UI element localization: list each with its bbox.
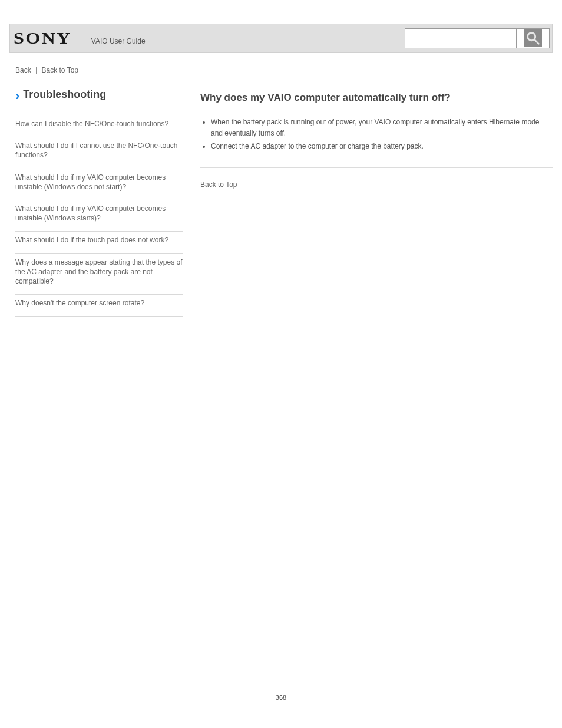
sidebar-item[interactable]: What should I do if the touch pad does n… — [15, 232, 183, 253]
header-bar: SONY VAIO User Guide — [9, 24, 553, 53]
sidebar-item-link[interactable]: Why does a message appear stating that t… — [15, 258, 183, 285]
product-line: VAIO User Guide — [91, 37, 146, 45]
breadcrumb: Back | Back to Top — [15, 66, 553, 74]
back-to-top-link[interactable]: Back to Top — [200, 180, 237, 189]
sidebar-item[interactable]: What should I do if my VAIO computer bec… — [15, 200, 183, 232]
sidebar: › Troubleshooting How can I disable the … — [15, 88, 183, 317]
brand-logo[interactable]: SONY — [14, 29, 72, 48]
search-icon — [524, 29, 542, 47]
sidebar-item-link[interactable]: How can I disable the NFC/One-touch func… — [15, 120, 168, 128]
sidebar-item-link[interactable]: What should I do if the touch pad does n… — [15, 236, 168, 244]
search-wrap — [405, 28, 550, 48]
sidebar-item[interactable]: Why doesn't the computer screen rotate? — [15, 295, 183, 317]
article-bullets: When the battery pack is running out of … — [211, 117, 553, 152]
sidebar-section-title: Troubleshooting — [23, 88, 106, 101]
search-input[interactable] — [405, 28, 517, 48]
search-button[interactable] — [517, 28, 550, 48]
sidebar-item-link[interactable]: Why doesn't the computer screen rotate? — [15, 299, 144, 307]
separator-line — [200, 167, 553, 168]
page-number: 368 — [0, 694, 562, 701]
sidebar-item[interactable]: What should I do if I cannot use the NFC… — [15, 137, 183, 169]
article-bullet: When the battery pack is running out of … — [211, 117, 553, 139]
sidebar-title-block: › Troubleshooting — [15, 88, 183, 103]
breadcrumb-top-link[interactable]: Back to Top — [42, 66, 78, 74]
sidebar-list: How can I disable the NFC/One-touch func… — [15, 116, 183, 317]
sidebar-item[interactable]: Why does a message appear stating that t… — [15, 254, 183, 295]
article-title: Why does my VAIO computer automatically … — [200, 92, 553, 104]
breadcrumb-back-link[interactable]: Back — [15, 66, 31, 74]
sidebar-item-link[interactable]: What should I do if my VAIO computer bec… — [15, 173, 166, 191]
content-area: Why does my VAIO computer automatically … — [200, 88, 553, 317]
chevron-right-icon: › — [15, 90, 17, 103]
sidebar-item[interactable]: How can I disable the NFC/One-touch func… — [15, 116, 183, 137]
sidebar-item-link[interactable]: What should I do if I cannot use the NFC… — [15, 141, 177, 159]
sidebar-item-link[interactable]: What should I do if my VAIO computer bec… — [15, 205, 166, 222]
svg-rect-0 — [524, 29, 542, 47]
header-left: SONY VAIO User Guide — [12, 29, 146, 48]
breadcrumb-separator: | — [35, 66, 37, 74]
sidebar-item[interactable]: What should I do if my VAIO computer bec… — [15, 169, 183, 200]
article-bullet: Connect the AC adapter to the computer o… — [211, 141, 553, 152]
